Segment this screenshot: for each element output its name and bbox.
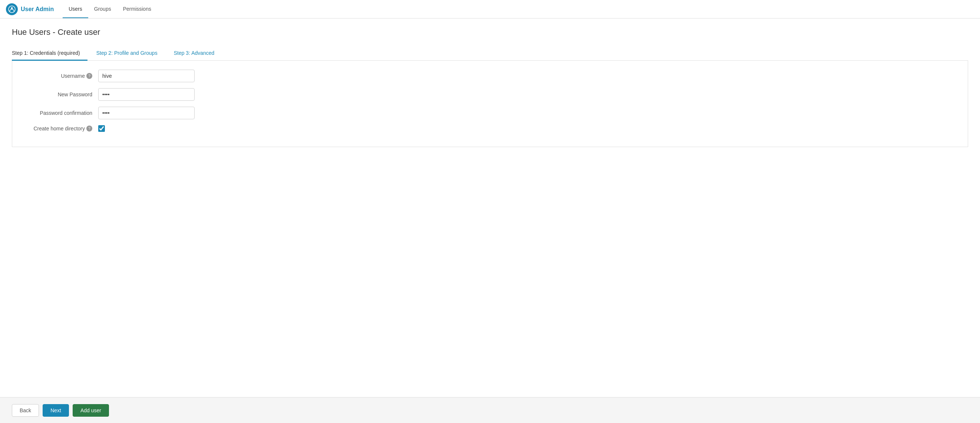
new-password-label: New Password — [24, 92, 98, 97]
nav-tab-permissions[interactable]: Permissions — [117, 0, 157, 18]
brand-link[interactable]: User Admin — [6, 3, 54, 15]
add-user-button[interactable]: Add user — [73, 404, 109, 417]
password-confirmation-input[interactable] — [98, 107, 194, 119]
page-content: Hue Users - Create user Step 1: Credenti… — [0, 19, 980, 397]
wizard-tab-step1[interactable]: Step 1: Credentials (required) — [12, 46, 88, 61]
new-password-row: New Password — [24, 88, 956, 101]
page-footer: Back Next Add user — [0, 397, 980, 423]
nav-tab-users[interactable]: Users — [63, 0, 88, 18]
page-title: Hue Users - Create user — [12, 27, 968, 37]
svg-point-1 — [11, 7, 13, 9]
create-home-dir-checkbox[interactable] — [98, 125, 105, 132]
create-home-dir-row: Create home directory ? — [24, 125, 956, 132]
nav-tabs: Users Groups Permissions — [63, 0, 157, 18]
nav-tab-groups[interactable]: Groups — [88, 0, 117, 18]
username-label: Username ? — [24, 73, 98, 79]
username-help-icon[interactable]: ? — [86, 73, 92, 79]
username-row: Username ? — [24, 70, 956, 82]
password-confirmation-row: Password confirmation — [24, 107, 956, 119]
username-input[interactable] — [98, 70, 194, 82]
password-confirmation-label: Password confirmation — [24, 110, 98, 116]
brand-label: User Admin — [21, 6, 54, 13]
next-button[interactable]: Next — [43, 404, 69, 417]
top-nav: User Admin Users Groups Permissions — [0, 0, 980, 19]
new-password-input[interactable] — [98, 88, 194, 101]
wizard-tab-step3[interactable]: Step 3: Advanced — [174, 46, 222, 61]
create-home-dir-label: Create home directory ? — [24, 125, 98, 131]
back-button[interactable]: Back — [12, 404, 39, 417]
create-home-dir-help-icon[interactable]: ? — [86, 125, 92, 131]
wizard-tab-step2[interactable]: Step 2: Profile and Groups — [96, 46, 165, 61]
wizard-tabs: Step 1: Credentials (required) Step 2: P… — [12, 46, 968, 61]
brand-icon — [6, 3, 18, 15]
form-panel: Username ? New Password Password confirm… — [12, 61, 968, 147]
